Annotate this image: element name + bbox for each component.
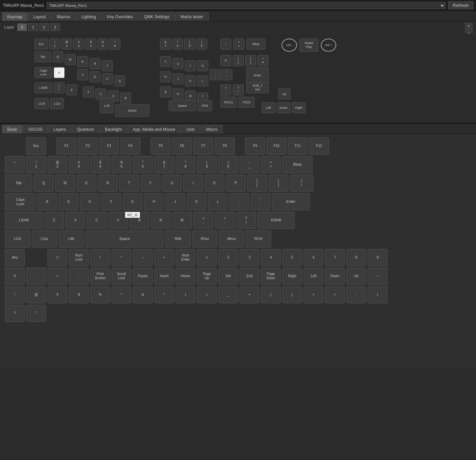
grid-key[interactable]: Q — [34, 175, 54, 192]
preview-key[interactable]: Y — [160, 56, 171, 67]
grid-key[interactable]: F10 — [266, 137, 286, 155]
grid-key[interactable]: F5 — [151, 137, 171, 155]
grid-key[interactable]: U — [162, 175, 182, 192]
preview-key[interactable]: E — [77, 56, 88, 67]
grid-key[interactable]: W — [55, 175, 75, 192]
grid-key[interactable]: Right — [282, 268, 302, 285]
grid-key[interactable]: – _ — [240, 156, 260, 173]
preview-key[interactable]: B — [120, 93, 131, 104]
grid-key[interactable]: ) 0 — [218, 156, 238, 173]
grid-key[interactable]: X — [65, 212, 85, 229]
preview-key[interactable]: R — [89, 58, 101, 69]
grid-key[interactable]: J — [165, 193, 185, 210]
grid-key[interactable]: * — [154, 286, 174, 303]
preview-key[interactable]: U — [172, 58, 183, 69]
grid-key[interactable]: ~ — [368, 268, 388, 285]
preview-key[interactable]: TG(2) — [238, 97, 255, 108]
preview-key[interactable]: O — [197, 60, 208, 71]
grid-key[interactable]: R — [98, 175, 118, 192]
grid-key[interactable]: N — [151, 212, 171, 229]
preview-key[interactable]: – — [220, 39, 231, 50]
grid-key[interactable]: RCtrl — [246, 230, 271, 248]
preview-key[interactable]: Caps Lock — [34, 67, 52, 78]
btab-basic[interactable]: Basic — [2, 125, 22, 134]
preview-key[interactable]: K — [185, 75, 196, 86]
btab-app--media-and-mouse[interactable]: App, Media and Mouse — [128, 125, 180, 134]
grid-key[interactable]: Left — [304, 268, 324, 285]
grid-key[interactable]: I — [183, 175, 203, 192]
grid-key[interactable]: 0 — [5, 268, 25, 285]
preview-key[interactable]: ^ 6 — [109, 39, 120, 50]
preview-key[interactable]: Up — [278, 88, 290, 100]
grid-key[interactable]: & 7 — [154, 156, 174, 173]
tab-lighting[interactable]: Lighting — [76, 12, 101, 21]
grid-key[interactable]: LCtrl — [5, 230, 30, 248]
grid-key[interactable]: Space — [85, 230, 164, 248]
grid-key[interactable]: _ — [218, 286, 238, 303]
grid-key[interactable]: , — [69, 268, 89, 285]
preview-key[interactable]: B — [160, 86, 171, 97]
grid-key[interactable]: | — [368, 286, 388, 303]
refresh-button[interactable]: Refresh — [448, 1, 473, 9]
grid-key[interactable]: 1 — [197, 249, 217, 266]
layer-btn-3[interactable]: 3 — [50, 23, 60, 31]
grid-key[interactable]: C — [87, 212, 107, 229]
preview-key[interactable]: ) 0 — [196, 39, 207, 50]
btab-iso/jis[interactable]: ISO/JIS — [23, 125, 47, 134]
grid-key[interactable]: Y — [140, 175, 160, 192]
grid-key[interactable]: 7 — [325, 249, 345, 266]
preview-key[interactable]: * 8 — [172, 39, 183, 50]
grid-key[interactable]: + = — [261, 156, 281, 173]
preview-key[interactable]: { [ — [233, 55, 244, 66]
grid-key[interactable]: " — [26, 305, 46, 322]
grid-key[interactable]: : ; — [229, 193, 249, 210]
grid-key[interactable]: 5 — [282, 249, 302, 266]
btab-macro[interactable]: Macro — [201, 125, 223, 134]
preview-key[interactable]: Media Play — [299, 39, 318, 52]
grid-key[interactable]: P — [226, 175, 246, 192]
grid-key[interactable]: ~ ` — [5, 156, 25, 173]
grid-key[interactable]: { — [261, 286, 281, 303]
grid-key[interactable]: 2 — [218, 249, 238, 266]
preview-key[interactable]: > . — [220, 84, 231, 95]
preview-key[interactable]: % 5 — [97, 39, 108, 50]
grid-key[interactable]: Page Up — [197, 268, 217, 285]
grid-key[interactable]: " , — [251, 193, 271, 210]
plus-button[interactable]: + — [465, 23, 473, 29]
preview-key[interactable]: $ 4 — [85, 39, 96, 50]
grid-key[interactable]: < — [304, 286, 324, 303]
grid-key[interactable]: 6 — [304, 249, 324, 266]
layer-btn-0[interactable]: 0 — [17, 23, 27, 31]
layer-btn-2[interactable]: 2 — [39, 23, 49, 31]
grid-key[interactable]: # — [47, 286, 67, 303]
preview-key[interactable]: RAlt — [198, 100, 212, 111]
grid-key[interactable]: ( 9 — [197, 156, 217, 173]
grid-key[interactable]: ? — [5, 305, 25, 322]
grid-key[interactable]: LAlt — [59, 230, 84, 248]
grid-key[interactable]: End — [240, 268, 260, 285]
grid-key[interactable]: Esc — [26, 137, 46, 155]
grid-key[interactable]: & — [133, 286, 153, 303]
preview-key[interactable]: T — [102, 60, 113, 71]
grid-key[interactable]: L — [208, 193, 228, 210]
grid-key[interactable]: @ — [26, 286, 46, 303]
grid-key[interactable]: > — [325, 286, 345, 303]
grid-key[interactable]: F12 — [309, 137, 329, 155]
grid-key[interactable]: 8 — [346, 249, 366, 266]
preview-key[interactable]: Z — [66, 84, 77, 95]
preview-key[interactable]: LAlt — [100, 98, 114, 113]
grid-key[interactable]: Bksp — [282, 156, 313, 173]
preview-key[interactable]: Vol + — [321, 39, 336, 52]
grid-key[interactable]: ! 1 — [26, 156, 46, 173]
grid-key[interactable]: + — [240, 286, 260, 303]
grid-key[interactable]: F — [101, 193, 121, 210]
preview-key[interactable]: " ' — [221, 69, 232, 80]
grid-key[interactable]: ) — [197, 286, 217, 303]
grid-key[interactable]: Any — [5, 249, 25, 266]
grid-key[interactable]: } ] — [268, 175, 288, 192]
preview-key[interactable]: W — [65, 54, 76, 65]
preview-key[interactable]: Space — [169, 100, 196, 111]
grid-key[interactable]: LShift — [5, 212, 43, 229]
tab-qmk-settings[interactable]: QMK Settings — [139, 12, 174, 21]
grid-key[interactable]: F9 — [245, 137, 265, 155]
